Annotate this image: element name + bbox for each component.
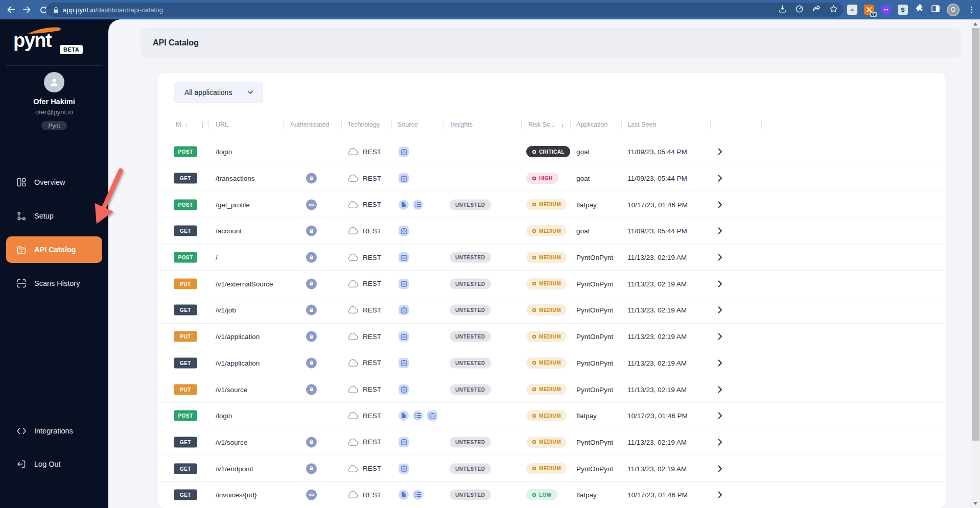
table-row[interactable]: GET/accountRESTMEDIUMgoat11/09/23, 05:44…	[157, 218, 946, 245]
risk-badge: MEDIUM	[526, 331, 567, 342]
method-badge: GET	[174, 305, 197, 316]
row-expand-button[interactable]	[713, 356, 727, 370]
application-name: PyntOnPynt	[576, 333, 613, 341]
source-code-icon	[399, 279, 409, 289]
chevron-right-icon[interactable]	[713, 356, 727, 370]
page-scrollbar[interactable]	[971, 19, 980, 508]
row-expand-button[interactable]	[713, 330, 727, 343]
chevron-right-icon[interactable]	[713, 172, 727, 185]
chevron-right-icon[interactable]	[713, 251, 727, 264]
address-bar[interactable]: app.pynt.io/dashboard/api-catalog	[46, 3, 843, 17]
header-separator	[391, 120, 392, 129]
scrollbar-thumb[interactable]	[972, 28, 979, 441]
risk-badge: MEDIUM	[526, 252, 567, 263]
chevron-right-icon[interactable]	[713, 409, 727, 422]
row-expand-button[interactable]	[713, 383, 727, 396]
extension-s-icon[interactable]: S	[898, 5, 908, 15]
chevron-right-icon[interactable]	[713, 436, 727, 449]
table-row[interactable]: POST/loginRESTMEDIUMflatpay10/17/23, 01:…	[157, 403, 946, 429]
last-seen: 11/13/23, 02:19 AM	[627, 359, 687, 367]
user-name: Ofer Hakimi	[0, 98, 108, 106]
sidebar-item-scans-history[interactable]: Scans History	[6, 270, 102, 297]
sidebar-item-log-out[interactable]: Log Out	[6, 451, 102, 477]
browser-profile-avatar[interactable]: O	[947, 4, 960, 16]
row-expand-button[interactable]	[713, 172, 727, 185]
scan-icon	[16, 278, 27, 288]
row-expand-button[interactable]	[713, 488, 727, 501]
endpoint-url: /get_profile	[216, 201, 250, 208]
technology: REST	[347, 491, 381, 499]
sidebar-item-api-catalog[interactable]: API Catalog	[6, 236, 102, 263]
table-row[interactable]: POST/RESTUNTESTEDMEDIUMPyntOnPynt11/13/2…	[157, 245, 946, 271]
source-icons	[399, 252, 413, 262]
table-row[interactable]: POST/loginRESTCRITICALgoat11/09/23, 05:4…	[157, 139, 946, 165]
scrollbar-down-arrow-icon[interactable]	[973, 502, 977, 505]
column-menu-kebab-icon[interactable]: ⋮	[199, 121, 206, 129]
chevron-right-icon[interactable]	[713, 383, 727, 396]
source-code-icon	[399, 437, 409, 447]
profile-initial: O	[951, 6, 955, 13]
table-row[interactable]: PUT/v1/externalSourceRESTUNTESTEDMEDIUMP…	[157, 271, 946, 297]
table-row[interactable]: GET/v1/jobRESTUNTESTEDMEDIUMPyntOnPynt11…	[157, 297, 946, 324]
scrollbar-up-arrow-icon[interactable]	[973, 22, 977, 26]
chevron-right-icon[interactable]	[713, 224, 727, 237]
chevron-right-icon[interactable]	[713, 488, 727, 501]
row-expand-button[interactable]	[713, 251, 727, 264]
sidebar-item-setup[interactable]: Setup	[6, 203, 102, 229]
header-separator	[341, 120, 342, 129]
browser-forward-button[interactable]	[19, 2, 35, 17]
table-row[interactable]: PUT/v1/applicationRESTUNTESTEDMEDIUMPynt…	[157, 324, 946, 350]
row-expand-button[interactable]	[713, 198, 727, 211]
table-row[interactable]: PUT/v1/sourceRESTUNTESTEDMEDIUMPyntOnPyn…	[157, 376, 946, 403]
row-expand-button[interactable]	[713, 224, 727, 237]
table-header: M ↑ ⋮ URL Authenticated Technology Sourc…	[157, 117, 946, 132]
row-expand-button[interactable]	[713, 436, 727, 449]
extension-robot-icon[interactable]	[881, 5, 891, 15]
browser-back-button[interactable]	[3, 2, 18, 17]
sidebar-item-integrations[interactable]: Integrations	[6, 418, 102, 444]
sidebar-item-label: Scans History	[34, 279, 80, 287]
sidebar: pynt BETA Ofer Hakimi ofer@pynt.io Pynt …	[0, 19, 108, 508]
col-last-seen: Last Seen	[627, 121, 656, 128]
table-row[interactable]: GET/transactionsRESTHIGHgoat11/09/23, 05…	[157, 165, 946, 192]
download-page-icon[interactable]	[778, 5, 787, 15]
row-expand-button[interactable]	[713, 462, 727, 475]
chevron-right-icon[interactable]	[713, 330, 727, 343]
chevron-right-icon[interactable]	[713, 277, 727, 291]
chevron-right-icon[interactable]	[713, 303, 727, 317]
extension-orange-icon[interactable]: 69	[864, 5, 874, 15]
table-row[interactable]: POST/get_profileN/ARESTUNTESTEDMEDIUMfla…	[157, 191, 946, 218]
table-row[interactable]: GET/invoices/{rid}N/ARESTUNTESTEDLOWflat…	[157, 482, 946, 508]
extensions-puzzle-icon[interactable]	[915, 4, 924, 16]
chevron-down-icon	[247, 90, 253, 94]
chevron-right-icon[interactable]	[713, 198, 727, 211]
last-seen: 11/13/23, 02:19 AM	[627, 465, 687, 472]
sort-asc-icon[interactable]: ↑	[185, 121, 189, 129]
performance-gauge-icon[interactable]	[795, 5, 804, 15]
source-icons	[399, 464, 413, 474]
table-row[interactable]: GET/v1/endpointRESTUNTESTEDMEDIUMPyntOnP…	[157, 455, 946, 482]
user-avatar[interactable]	[44, 72, 64, 92]
sort-desc-icon[interactable]: ↓	[561, 121, 565, 129]
application-name: PyntOnPynt	[576, 254, 613, 261]
table-row[interactable]: GET/v1/applicationRESTUNTESTEDMEDIUMPynt…	[157, 350, 946, 377]
side-panel-icon[interactable]	[931, 4, 940, 15]
application-name: PyntOnPynt	[576, 359, 613, 367]
browser-menu-kebab-icon[interactable]: ⋮	[966, 5, 977, 14]
col-technology: Technology	[347, 121, 380, 128]
source-icons	[399, 331, 413, 342]
bookmark-star-icon[interactable]	[829, 5, 838, 15]
source-list-icon	[413, 410, 423, 421]
share-icon[interactable]	[812, 5, 821, 15]
application-filter-dropdown[interactable]: All applications	[174, 82, 263, 103]
table-row[interactable]: GET/v1/sourceRESTUNTESTEDMEDIUMPyntOnPyn…	[157, 429, 946, 456]
row-expand-button[interactable]	[713, 145, 727, 158]
row-expand-button[interactable]	[713, 303, 727, 317]
chevron-right-icon[interactable]	[713, 145, 727, 158]
extension-generic-icon[interactable]	[847, 5, 857, 15]
row-expand-button[interactable]	[713, 277, 727, 291]
row-expand-button[interactable]	[713, 409, 727, 422]
method-badge: GET	[174, 226, 197, 236]
sidebar-item-overview[interactable]: Overview	[6, 169, 102, 196]
chevron-right-icon[interactable]	[713, 462, 727, 475]
